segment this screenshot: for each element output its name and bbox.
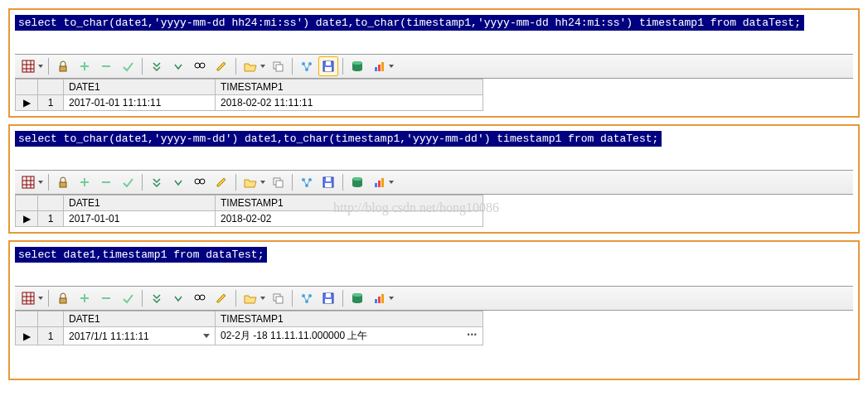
grid-layout-button[interactable] [18,288,38,308]
open-dropdown[interactable] [259,173,266,191]
edit-button[interactable] [211,56,231,76]
column-header-timestamp1[interactable]: TIMESTAMP1 [216,196,483,211]
grid-corner [16,196,38,211]
post-button[interactable] [118,288,138,308]
delete-row-button[interactable] [96,56,116,76]
column-header-timestamp1[interactable]: TIMESTAMP1 [216,311,483,327]
db-button[interactable] [347,56,367,76]
copy-button[interactable] [268,172,288,192]
edit-button[interactable] [211,288,231,308]
add-row-button[interactable] [75,56,95,76]
chart-dropdown[interactable] [388,289,395,307]
fetch-page-button[interactable] [168,56,188,76]
grid-corner [38,196,64,211]
lock-button[interactable] [53,56,73,76]
save-button[interactable] [318,56,338,76]
row-number: 1 [38,211,64,227]
column-header-date1[interactable]: DATE1 [64,311,216,327]
save-button[interactable] [318,172,338,192]
table-row[interactable]: ▶ 1 2017/1/1 11:11:11 02-2月 -18 11.11.11… [16,327,483,345]
chart-dropdown[interactable] [388,57,395,75]
find-button[interactable] [190,56,210,76]
grid-corner [38,80,64,95]
column-header-date1[interactable]: DATE1 [64,196,216,211]
grid-corner [38,311,64,327]
delete-row-button[interactable] [96,288,116,308]
copy-button[interactable] [268,56,288,76]
fetch-page-button[interactable] [168,172,188,192]
save-button[interactable] [318,288,338,308]
cell-date1[interactable]: 2017/1/1 11:11:11 [64,327,216,345]
add-row-button[interactable] [75,288,95,308]
grid-corner [16,311,38,327]
svg-point-39 [200,179,205,184]
svg-rect-28 [381,62,384,71]
link-button[interactable] [297,172,317,192]
fetch-all-button[interactable] [147,288,167,308]
cell-dropdown-icon[interactable] [203,334,210,338]
svg-rect-78 [326,293,331,297]
chart-button[interactable] [369,172,389,192]
svg-point-38 [195,179,200,184]
svg-rect-34 [60,182,66,187]
post-button[interactable] [118,172,138,192]
row-number: 1 [38,95,64,111]
svg-rect-29 [22,176,34,188]
open-dropdown[interactable] [259,289,266,307]
chart-dropdown[interactable] [388,173,395,191]
fetch-all-button[interactable] [147,172,167,192]
sql-line-wrap: select to_char(date1,'yyyy-mm-dd hh24:mi… [15,15,853,31]
lock-button[interactable] [53,172,73,192]
open-button[interactable] [240,288,260,308]
grid-layout-dropdown[interactable] [37,173,44,191]
cell-ellipsis-icon[interactable]: ••• [468,331,478,339]
svg-marker-12 [217,62,225,70]
db-button[interactable] [347,288,367,308]
delete-row-button[interactable] [96,172,116,192]
copy-button[interactable] [268,288,288,308]
db-button[interactable] [347,172,367,192]
column-header-timestamp1[interactable]: TIMESTAMP1 [216,80,483,95]
svg-line-20 [307,64,310,70]
svg-marker-69 [245,296,256,303]
chart-button[interactable] [369,56,389,76]
cell-date1[interactable]: 2017-01-01 [64,211,216,227]
fetch-page-button[interactable] [168,288,188,308]
cell-date1[interactable]: 2017-01-01 11:11:11 [64,95,216,111]
sql-text: select to_char(date1,'yyyy-mm-dd') date1… [15,131,662,147]
result-grid: DATE1 TIMESTAMP1 ▶ 1 2017-01-01 2018-02-… [15,195,483,227]
lock-button[interactable] [53,288,73,308]
find-button[interactable] [190,172,210,192]
open-button[interactable] [240,56,260,76]
link-button[interactable] [297,56,317,76]
find-button[interactable] [190,288,210,308]
grid-layout-dropdown[interactable] [37,57,44,75]
cell-timestamp1[interactable]: 2018-02-02 [216,211,483,227]
fetch-all-button[interactable] [147,56,167,76]
svg-line-47 [303,180,307,186]
row-pointer-icon: ▶ [16,211,38,227]
edit-button[interactable] [211,172,231,192]
table-row[interactable]: ▶ 1 2017-01-01 11:11:11 2018-02-02 11:11… [16,95,483,111]
open-button[interactable] [240,172,260,192]
svg-rect-55 [378,181,381,187]
column-header-date1[interactable]: DATE1 [64,80,216,95]
table-row[interactable]: ▶ 1 2017-01-01 2018-02-02 [16,211,483,227]
grid-layout-dropdown[interactable] [37,289,44,307]
open-dropdown[interactable] [259,57,266,75]
row-pointer-icon: ▶ [16,327,38,345]
svg-rect-5 [60,66,66,71]
grid-layout-button[interactable] [18,56,38,76]
result-panel: select to_char(date1,'yyyy-mm-dd') date1… [8,124,860,234]
svg-rect-22 [326,61,331,65]
cell-timestamp1[interactable]: 02-2月 -18 11.11.11.000000 上午 ••• [216,327,483,345]
svg-rect-43 [276,181,283,187]
link-button[interactable] [297,288,317,308]
grid-layout-button[interactable] [18,172,38,192]
post-button[interactable] [118,56,138,76]
svg-marker-41 [245,180,256,187]
add-row-button[interactable] [75,172,95,192]
chart-button[interactable] [369,288,389,308]
cell-timestamp1[interactable]: 2018-02-02 11:11:11 [216,95,483,111]
svg-rect-15 [276,65,283,71]
